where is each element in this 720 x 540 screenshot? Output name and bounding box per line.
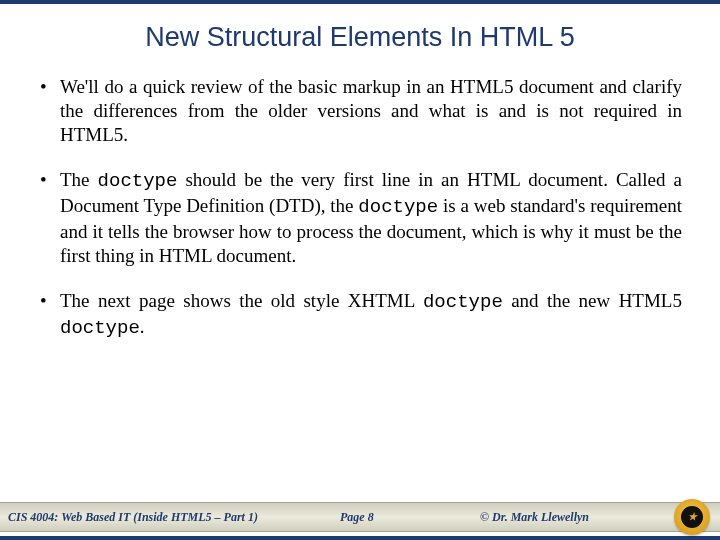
body-text: .	[140, 316, 145, 337]
footer-page: Page 8	[340, 510, 480, 525]
footer-bar: CIS 4004: Web Based IT (Inside HTML5 – P…	[0, 502, 720, 532]
code-text: doctype	[358, 196, 438, 218]
ucf-logo-icon: ★	[674, 499, 710, 535]
slide-title: New Structural Elements In HTML 5	[0, 22, 720, 53]
code-text: doctype	[60, 317, 140, 339]
slide: New Structural Elements In HTML 5 We'll …	[0, 0, 720, 540]
code-text: doctype	[423, 291, 503, 313]
code-text: doctype	[98, 170, 178, 192]
bullet-item: The doctype should be the very first lin…	[38, 168, 682, 267]
bullet-list: We'll do a quick review of the basic mar…	[38, 75, 682, 341]
bullet-item: We'll do a quick review of the basic mar…	[38, 75, 682, 146]
footer-author: © Dr. Mark Llewellyn	[480, 510, 640, 525]
body-text: We'll do a quick review of the basic mar…	[60, 76, 682, 145]
content-area: We'll do a quick review of the basic mar…	[0, 53, 720, 341]
footer-course: CIS 4004: Web Based IT (Inside HTML5 – P…	[0, 510, 340, 525]
bullet-item: The next page shows the old style XHTML …	[38, 289, 682, 341]
body-text: The next page shows the old style XHTML	[60, 290, 423, 311]
body-text: and the new HTML5	[503, 290, 682, 311]
body-text: The	[60, 169, 98, 190]
